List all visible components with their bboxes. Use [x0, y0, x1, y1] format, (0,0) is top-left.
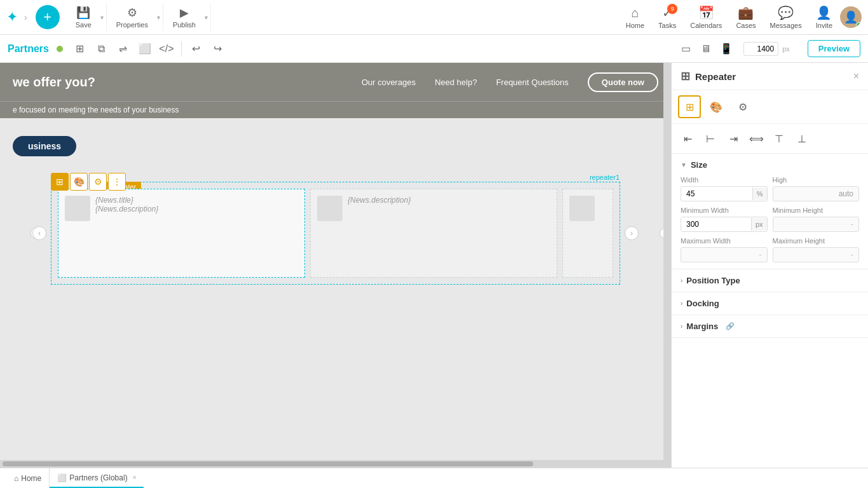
properties-group: ⚙ Properties ▾	[110, 3, 163, 31]
min-height-value[interactable]: -	[773, 217, 860, 232]
panel-close-button[interactable]: ×	[853, 71, 859, 82]
repeater-settings-button[interactable]: ⚙	[89, 173, 107, 191]
top-nav: ✦ › + 💾 Save ▾ ⚙ Properties ▾ ▶ Publish …	[0, 0, 868, 35]
nav-help[interactable]: Need help?	[435, 78, 477, 87]
cases-label: Cases	[736, 22, 756, 29]
properties-action[interactable]: ⚙ Properties	[110, 3, 154, 31]
repeater-style-button[interactable]: 🎨	[70, 173, 88, 191]
publish-icon: ▶	[180, 6, 189, 20]
max-height-label: Maximum Height	[773, 237, 860, 245]
bottom-tab-close-button[interactable]: ×	[133, 474, 137, 481]
canvas-area[interactable]: we offer you? Our coverages Need help? F…	[0, 63, 671, 468]
align-stretch-button[interactable]: ⟺	[747, 129, 766, 148]
add-button[interactable]: +	[36, 5, 60, 29]
repeater-item[interactable]: {News.title} {News.description}	[58, 189, 305, 278]
align-left-button[interactable]: ⇤	[678, 129, 697, 148]
min-width-unit: px	[751, 218, 767, 231]
item-image-1	[65, 196, 90, 221]
site-tagline: e focused on meeting the needs of your b…	[0, 101, 671, 118]
min-width-input[interactable]	[681, 217, 751, 231]
nav-coverages[interactable]: Our coverages	[362, 78, 416, 87]
item-image-2	[317, 196, 342, 221]
main-layout: we offer you? Our coverages Need help? F…	[0, 63, 868, 468]
undo-button[interactable]: ↩	[187, 39, 206, 58]
blue-cta-button[interactable]: usiness	[13, 136, 76, 156]
messages-label: Messages	[770, 22, 802, 29]
save-dropdown[interactable]: ▾	[98, 11, 106, 24]
align-right-button[interactable]: ⇥	[724, 129, 743, 148]
tab-style[interactable]: 🎨	[705, 95, 728, 118]
repeater-item[interactable]: {News.description}	[310, 189, 557, 278]
save-action[interactable]: 💾 Save	[69, 3, 98, 31]
repeater-container: Repeater repeater1 ‹ › {News.title}	[51, 182, 620, 285]
redo-button[interactable]: ↪	[208, 39, 227, 58]
repeater-layout-button[interactable]: ⊞	[51, 173, 69, 191]
repeater-inner-right-arrow[interactable]: ›	[625, 226, 639, 240]
repeater-inner-left-arrow[interactable]: ‹	[32, 226, 46, 240]
max-width-label: Maximum Width	[681, 237, 768, 245]
min-width-input-group: px	[681, 217, 768, 232]
docking-chevron-icon: ›	[681, 300, 682, 307]
nav-tasks[interactable]: ✓ 9 Tasks	[652, 3, 682, 32]
bottom-home-link[interactable]: ⌂ Home	[6, 468, 50, 488]
docking-section[interactable]: › Docking	[672, 292, 868, 315]
tab-settings[interactable]: ⚙	[731, 95, 754, 118]
nav-invite[interactable]: 👤 Invite	[810, 3, 839, 32]
mobile-button[interactable]: 📱	[717, 39, 736, 58]
toolbar-separator-1	[181, 41, 182, 57]
max-height-value[interactable]: -	[773, 247, 860, 262]
nav-cases[interactable]: 💼 Cases	[729, 3, 762, 32]
max-fields: Maximum Width - Maximum Height -	[681, 237, 859, 262]
publish-action[interactable]: ▶ Publish	[166, 3, 202, 31]
layers-tool-button[interactable]: ⧉	[92, 39, 111, 58]
canvas-vscrollbar[interactable]	[663, 63, 671, 468]
nav-messages[interactable]: 💬 Messages	[764, 3, 808, 32]
canvas-width-input[interactable]	[743, 42, 778, 56]
panel-title: ⊞ Repeater	[681, 69, 736, 83]
align-center-h-button[interactable]: ⊢	[701, 129, 720, 148]
routes-tool-button[interactable]: ⇌	[114, 39, 133, 58]
properties-dropdown[interactable]: ▾	[154, 11, 163, 24]
width-label: Width	[681, 176, 768, 184]
position-type-section[interactable]: › Position Type	[672, 269, 868, 292]
save-icon: 💾	[76, 6, 90, 20]
width-input-group: %	[681, 186, 768, 201]
panel-header: ⊞ Repeater ×	[672, 63, 868, 90]
height-value[interactable]: auto	[773, 186, 860, 201]
preview-button[interactable]: Preview	[808, 40, 860, 57]
bottom-home-icon: ⌂	[14, 474, 18, 483]
device-group: ▭ 🖥 📱	[676, 39, 736, 58]
repeater-more-button[interactable]: ⋮	[108, 173, 126, 191]
code-tool-button[interactable]: </>	[157, 39, 176, 58]
bottom-tab-partners[interactable]: ⬜ Partners (Global) ×	[50, 468, 144, 488]
canvas-hscrollbar[interactable]	[0, 460, 663, 468]
hscrollbar-thumb	[3, 461, 533, 466]
invite-label: Invite	[816, 22, 832, 29]
repeater-toolbar: ⊞ 🎨 ⚙ ⋮	[51, 173, 126, 191]
tab-layout[interactable]: ⊞	[678, 95, 701, 118]
size-section-title[interactable]: ▼ Size	[681, 160, 859, 170]
publish-dropdown[interactable]: ▾	[202, 11, 210, 24]
nav-expand-icon[interactable]: ›	[24, 12, 27, 22]
align-bottom-button[interactable]: ⊥	[792, 129, 811, 148]
width-input[interactable]	[681, 187, 752, 201]
user-avatar[interactable]: 👤	[840, 6, 862, 28]
margins-link-icon: 🔗	[726, 322, 735, 330]
margins-section[interactable]: › Margins 🔗	[672, 315, 868, 338]
right-panel: ⊞ Repeater × ⊞ 🎨 ⚙ ⇤ ⊢ ⇥ ⟺ ⊤ ⊥ ▼ Size	[671, 63, 868, 468]
nav-calendars[interactable]: 📅 Calendars	[684, 3, 728, 32]
cases-icon: 💼	[738, 5, 754, 20]
margins-chevron-icon: ›	[681, 323, 682, 330]
nav-home[interactable]: ⌂ Home	[620, 3, 651, 32]
nav-faq[interactable]: Frequent Questions	[496, 78, 569, 87]
desktop-wide-button[interactable]: ▭	[676, 39, 695, 58]
grid-tool-button[interactable]: ⊞	[71, 39, 90, 58]
bottom-tab-icon: ⬜	[57, 473, 67, 482]
home-label: Home	[626, 22, 644, 29]
crop-tool-button[interactable]: ⬜	[135, 39, 154, 58]
align-top-button[interactable]: ⊤	[770, 129, 789, 148]
desktop-button[interactable]: 🖥	[696, 39, 715, 58]
repeater-item[interactable]	[562, 189, 613, 278]
max-width-value[interactable]: -	[681, 247, 768, 262]
quote-now-button[interactable]: Quote now	[588, 72, 658, 92]
